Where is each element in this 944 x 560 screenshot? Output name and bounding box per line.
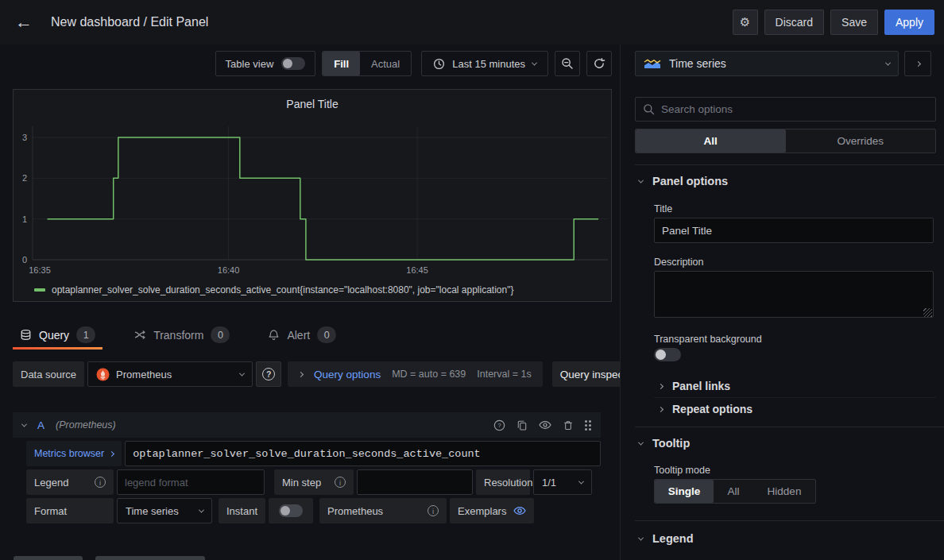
chevron-right-icon xyxy=(109,450,114,456)
zoom-out-button[interactable] xyxy=(555,51,580,76)
editor-tabs: Query 1 Transform 0 xyxy=(13,320,343,350)
transform-icon xyxy=(133,329,146,341)
section-panel-options[interactable]: Panel options xyxy=(639,172,728,191)
tab-overrides[interactable]: Overrides xyxy=(786,129,936,153)
chevron-down-icon xyxy=(199,507,204,512)
min-step-input[interactable] xyxy=(357,469,473,495)
drag-handle-icon[interactable] xyxy=(585,420,591,431)
info-icon[interactable]: i xyxy=(335,477,346,488)
fill-option[interactable]: Fill xyxy=(323,52,360,75)
svg-text:16:35: 16:35 xyxy=(29,265,51,275)
tooltip-mode-all[interactable]: All xyxy=(714,480,753,503)
collapse-query-icon[interactable] xyxy=(21,421,27,427)
section-repeat-options[interactable]: Repeat options xyxy=(659,400,752,419)
transparent-background-label: Transparent background xyxy=(654,334,762,345)
tab-query-label: Query xyxy=(39,329,69,342)
divider xyxy=(635,520,944,521)
query-row-header[interactable]: A (Prometheus) ? xyxy=(13,412,601,438)
exemplars-label: Exemplars xyxy=(450,498,534,523)
svg-text:1: 1 xyxy=(22,214,27,224)
edit-pane-left: Table view Fill Actual Last 15 minutes xyxy=(0,44,620,560)
legend-field-label: Legend i xyxy=(26,469,114,495)
tooltip-mode-single[interactable]: Single xyxy=(655,480,714,503)
promql-query-input[interactable] xyxy=(125,441,601,466)
table-view-label: Table view xyxy=(226,58,274,70)
delete-query-trash-icon[interactable] xyxy=(563,419,574,431)
top-bar: ← New dashboard / Edit Panel ⚙ Discard S… xyxy=(0,0,944,44)
legend-row: Legend i Min step i Resolution 1/1 xyxy=(26,469,601,495)
hide-query-eye-icon[interactable] xyxy=(539,419,551,431)
tab-all-options[interactable]: All xyxy=(636,129,786,153)
series-name[interactable]: optaplanner_solver_solve_duration_second… xyxy=(52,284,513,295)
refresh-button[interactable] xyxy=(586,51,612,76)
viz-type-select[interactable]: Time series xyxy=(635,51,899,76)
add-query-button-partial[interactable] xyxy=(14,556,83,560)
query-editor-card: A (Prometheus) ? xyxy=(13,412,601,523)
collapse-options-button[interactable] xyxy=(904,51,931,76)
format-row: Format Time series Instant Prometheus i xyxy=(26,498,601,523)
section-legend[interactable]: Legend xyxy=(639,529,694,548)
divider xyxy=(635,164,944,165)
bell-icon xyxy=(268,329,280,342)
metrics-row: Metrics browser xyxy=(26,441,601,466)
prometheus-icon xyxy=(96,368,110,381)
panel-title-input[interactable] xyxy=(654,218,934,243)
tab-query[interactable]: Query 1 xyxy=(13,320,103,350)
chevron-right-icon xyxy=(658,383,664,388)
back-arrow-icon[interactable]: ← xyxy=(10,8,38,37)
apply-button[interactable]: Apply xyxy=(884,10,934,35)
textarea-resize-handle[interactable] xyxy=(923,308,932,317)
section-panel-links[interactable]: Panel links xyxy=(659,377,730,396)
options-search xyxy=(635,97,936,122)
query-options-bar[interactable]: Query options MD = auto = 639 Interval =… xyxy=(288,361,543,387)
info-icon[interactable]: i xyxy=(428,505,439,516)
actual-option[interactable]: Actual xyxy=(360,52,411,75)
transparent-background-switch[interactable] xyxy=(654,348,681,361)
resolution-select[interactable]: 1/1 xyxy=(533,469,592,495)
chevron-down-icon xyxy=(885,60,891,65)
chevron-down-icon xyxy=(239,370,245,376)
section-tooltip[interactable]: Tooltip xyxy=(639,434,690,453)
tab-transform-label: Transform xyxy=(153,329,203,342)
metrics-browser-button[interactable]: Metrics browser xyxy=(26,441,122,466)
dashboard-settings-button[interactable]: ⚙ xyxy=(733,10,758,35)
chevron-right-icon xyxy=(915,60,920,66)
tab-alert[interactable]: Alert 0 xyxy=(261,320,343,350)
divider xyxy=(654,397,936,398)
chevron-down-icon xyxy=(578,478,584,484)
datasource-help-button[interactable]: ? xyxy=(256,361,281,387)
tooltip-mode-hidden[interactable]: Hidden xyxy=(753,480,815,503)
panel-description-textarea[interactable] xyxy=(654,271,934,318)
instant-toggle-box xyxy=(269,498,313,523)
tab-transform[interactable]: Transform 0 xyxy=(126,320,237,350)
format-select[interactable]: Time series xyxy=(117,498,212,523)
time-range-label: Last 15 minutes xyxy=(452,58,525,70)
options-search-input[interactable] xyxy=(661,103,928,115)
min-step-label: Min step i xyxy=(274,469,354,495)
time-series-chart[interactable]: 012316:3516:4016:45 xyxy=(14,115,611,284)
add-expression-button-partial[interactable] xyxy=(95,556,205,560)
query-help-icon[interactable]: ? xyxy=(493,419,505,431)
legend-format-input[interactable] xyxy=(117,469,265,495)
top-bar-actions: ⚙ Discard Save Apply xyxy=(733,10,934,35)
refresh-icon xyxy=(593,57,605,70)
duplicate-query-icon[interactable] xyxy=(516,419,528,431)
datasource-label: Data source xyxy=(13,361,84,387)
datasource-picker[interactable]: Prometheus xyxy=(87,361,253,387)
instant-switch[interactable] xyxy=(279,504,303,517)
query-inspector-button[interactable]: Query inspector xyxy=(552,361,620,387)
exemplars-eye-icon[interactable] xyxy=(513,505,526,516)
series-swatch xyxy=(34,288,45,292)
info-icon[interactable]: i xyxy=(95,477,106,488)
save-button[interactable]: Save xyxy=(830,10,878,35)
discard-button[interactable]: Discard xyxy=(764,10,824,35)
time-range-picker[interactable]: Last 15 minutes xyxy=(422,52,547,75)
title-field-label: Title xyxy=(654,203,672,214)
metrics-browser-label: Metrics browser xyxy=(34,448,104,459)
svg-text:16:45: 16:45 xyxy=(406,265,428,275)
query-options-label: Query options xyxy=(314,369,381,380)
time-series-viz-icon xyxy=(644,58,661,69)
svg-text:0: 0 xyxy=(22,255,27,265)
transform-count-badge: 0 xyxy=(211,326,230,343)
table-view-switch[interactable] xyxy=(281,57,305,70)
